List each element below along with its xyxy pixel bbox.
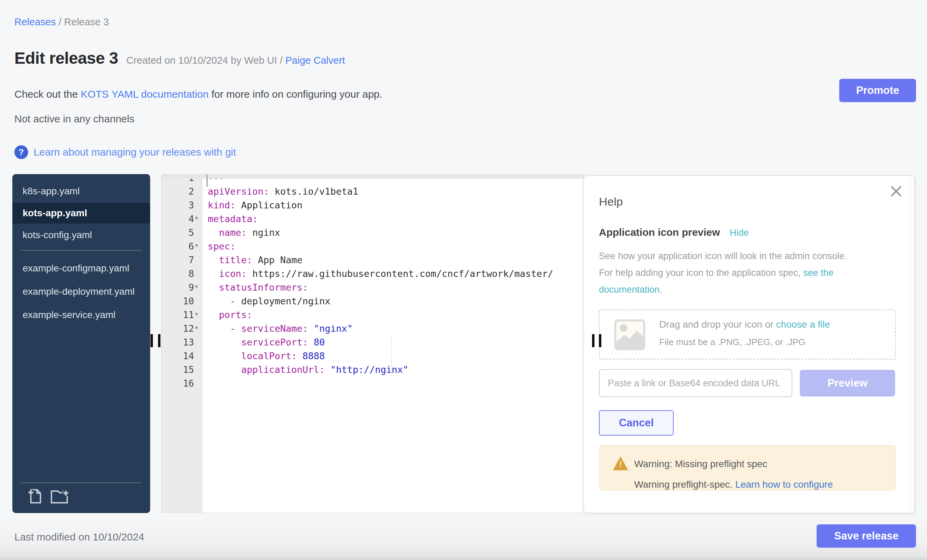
code-line: 9▾ statusInformers:	[161, 281, 584, 294]
warning-title: Warning: Missing preflight spec	[634, 458, 767, 469]
sidebar-resize-handle[interactable]	[150, 334, 161, 347]
breadcrumb: Releases / Release 3	[14, 17, 109, 28]
yaml-editor[interactable]: 1---2apiVersion: kots.io/v1beta13kind: A…	[161, 174, 584, 513]
fold-arrow-icon[interactable]: ▾	[195, 321, 202, 335]
code-line: 15 applicationUrl: "http://nginx"	[161, 363, 584, 376]
fold-arrow-icon[interactable]: ▾	[195, 211, 202, 225]
dropzone-text: Drag and drop your icon or choose a file	[659, 319, 830, 330]
cancel-button[interactable]: Cancel	[599, 410, 674, 436]
file-tree-examples: example-configmap.yamlexample-deployment…	[12, 257, 150, 326]
fold-arrow-icon[interactable]: ▾	[195, 239, 202, 253]
channel-status: Not active in any channels	[14, 113, 134, 125]
choose-file-link[interactable]: choose a file	[776, 319, 830, 330]
code-line: 5 name: nginx	[161, 226, 584, 240]
learn-configure-link[interactable]: Learn how to configure	[736, 479, 833, 490]
intro-line: Check out the KOTS YAML documentation fo…	[14, 88, 382, 100]
code-line: 11▾ ports:	[161, 308, 584, 322]
breadcrumb-releases-link[interactable]: Releases	[14, 17, 56, 27]
question-icon: ?	[14, 145, 28, 159]
editor-top-strip	[161, 175, 584, 179]
title-row: Edit release 3 Created on 10/10/2024 by …	[14, 49, 345, 68]
help-scrollbar[interactable]	[910, 177, 910, 511]
code-line: 4▾metadata:	[161, 212, 584, 226]
preview-button[interactable]: Preview	[800, 370, 895, 396]
fold-arrow-icon[interactable]: ▾	[195, 280, 202, 294]
warning-icon: !	[613, 457, 628, 470]
file-tree-item-kots-app-yaml[interactable]: kots-app.yaml	[12, 203, 150, 223]
file-tree-divider	[21, 250, 142, 250]
save-release-button[interactable]: Save release	[817, 524, 916, 548]
dropzone-hint: File must be a .PNG, .JPEG, or .JPG	[659, 337, 805, 348]
preflight-warning: ! Warning: Missing preflight spec Warnin…	[599, 445, 896, 490]
promote-button[interactable]: Promote	[839, 79, 916, 102]
author-link[interactable]: Paige Calvert	[285, 55, 345, 66]
icon-dropzone[interactable]: Drag and drop your icon or choose a file…	[599, 310, 896, 360]
text-cursor	[207, 175, 208, 187]
icon-preview-description: See how your application icon will look …	[599, 248, 856, 298]
git-help-row: ? Learn about managing your releases wit…	[14, 145, 236, 159]
file-tree-item-example-configmap-yaml[interactable]: example-configmap.yaml	[12, 257, 150, 280]
fold-arrow-icon[interactable]: ▾	[195, 307, 202, 321]
code-line: 2apiVersion: kots.io/v1beta1	[161, 185, 584, 199]
created-info: Created on 10/10/2024 by Web UI / Paige …	[126, 55, 345, 66]
file-tree-main: k8s-app.yamlkots-app.yamlkots-config.yam…	[12, 180, 150, 247]
help-title: Help	[599, 195, 623, 208]
file-tree-item-example-deployment-yaml[interactable]: example-deployment.yaml	[12, 280, 150, 303]
file-tree-item-k8s-app-yaml[interactable]: k8s-app.yaml	[12, 180, 150, 203]
file-tree-item-kots-config-yaml[interactable]: kots-config.yaml	[12, 223, 150, 247]
icon-url-input[interactable]	[599, 369, 792, 397]
code-line: 12▾ - serviceName: "nginx"	[161, 322, 584, 335]
code-line: 14 localPort: 8888	[161, 349, 584, 363]
code-line: 10 - deployment/nginx	[161, 294, 584, 308]
close-icon[interactable]	[890, 185, 903, 198]
kots-yaml-doc-link[interactable]: KOTS YAML documentation	[81, 88, 208, 100]
icon-preview-title: Application icon preview	[599, 226, 720, 238]
image-placeholder-icon	[614, 319, 646, 351]
breadcrumb-separator: /	[59, 17, 64, 27]
help-panel: Help Application icon preview Hide See h…	[584, 176, 915, 513]
footer-bar: Last modified on 10/10/2024	[0, 514, 927, 560]
file-tree-footer	[12, 483, 150, 505]
git-releases-link[interactable]: Learn about managing your releases with …	[33, 146, 236, 158]
code-line: 13 servicePort: 80	[161, 335, 584, 349]
file-tree-item-example-service-yaml[interactable]: example-service.yaml	[12, 303, 150, 326]
code-line: 7 title: App Name	[161, 253, 584, 267]
code-line: 3kind: Application	[161, 199, 584, 212]
code-line: 16	[161, 376, 584, 390]
folder-plus-icon[interactable]	[50, 488, 70, 505]
warning-detail: Warning preflight-spec. Learn how to con…	[634, 479, 833, 490]
last-modified-text: Last modified on 10/10/2024	[14, 531, 144, 543]
file-tree-footer-divider	[21, 483, 142, 483]
file-plus-icon[interactable]	[27, 488, 43, 505]
help-resize-handle[interactable]	[592, 334, 602, 347]
page-title: Edit release 3	[14, 49, 118, 68]
code-line: 8 icon: https://raw.githubusercontent.co…	[161, 267, 584, 281]
hide-link[interactable]: Hide	[729, 228, 749, 238]
file-tree-sidebar: k8s-app.yamlkots-app.yamlkots-config.yam…	[12, 174, 150, 513]
code-line: 6▾spec:	[161, 240, 584, 253]
breadcrumb-current: Release 3	[64, 17, 109, 27]
